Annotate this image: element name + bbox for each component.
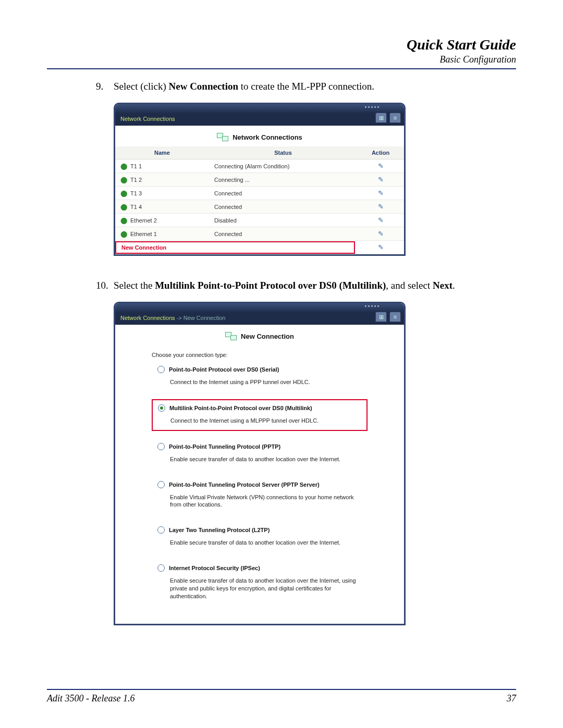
table-row[interactable]: ⬤T1 3Connected✎ xyxy=(115,187,404,200)
radio-button[interactable] xyxy=(157,564,165,572)
page-header: Quick Start Guide Basic Configuration xyxy=(47,36,516,69)
footer-product: Adit 3500 - Release 1.6 xyxy=(47,693,134,704)
option-title: Point-to-Point Tunneling Protocol (PPTP) xyxy=(169,443,280,450)
choose-label: Choose your connection type: xyxy=(115,346,404,361)
option-title: Multilink Point-to-Point Protocol over D… xyxy=(169,405,312,411)
add-icon[interactable]: ✎ xyxy=(378,243,384,251)
connections-table: Name Status Action ⬤T1 1Connecting (Alar… xyxy=(115,146,404,254)
edit-icon[interactable]: ✎ xyxy=(378,162,384,170)
iface-name: T1 1 xyxy=(130,163,142,169)
iface-status: Connected xyxy=(209,187,357,200)
titlebar-icon-2[interactable]: ≡ xyxy=(389,312,401,322)
table-row[interactable]: ⬤T1 2Connecting ...✎ xyxy=(115,173,404,187)
footer-page: 37 xyxy=(507,693,516,704)
panel-title: New Connection xyxy=(115,325,404,346)
connection-type-option[interactable]: Multilink Point-to-Point Protocol over D… xyxy=(152,399,368,431)
iface-name: T1 3 xyxy=(130,190,142,196)
iface-status: Connecting ... xyxy=(209,173,357,187)
step-10: 10. Select the Multilink Point-to-Point … xyxy=(96,280,516,291)
iface-status: Disabled xyxy=(209,214,357,227)
iface-name: T1 4 xyxy=(130,204,142,210)
interface-icon: ⬤ xyxy=(120,190,127,197)
edit-icon[interactable]: ✎ xyxy=(378,176,384,183)
connection-type-option[interactable]: Layer Two Tunneling Protocol (L2TP)Enabl… xyxy=(152,522,368,552)
doc-subtitle: Basic Configuration xyxy=(47,54,516,65)
doc-title: Quick Start Guide xyxy=(47,36,516,53)
interface-icon: ⬤ xyxy=(120,203,127,211)
table-row[interactable]: ⬤Ethernet 1Connected✎ xyxy=(115,227,404,241)
option-description: Enable Virtual Private Network (VPN) con… xyxy=(157,488,362,509)
titlebar-icon-1[interactable]: ⊞ xyxy=(375,113,387,123)
option-title: Point-to-Point Protocol over DS0 (Serial… xyxy=(169,366,279,373)
screenshot-new-connection: ⊞ ≡ Network Connections -> New Connectio… xyxy=(114,302,516,625)
step-10-text: Select the Multilink Point-to-Point Prot… xyxy=(114,280,516,291)
option-title: Internet Protocol Security (IPSec) xyxy=(169,565,260,571)
option-description: Connect to the Internet using a PPP tunn… xyxy=(157,373,362,386)
option-description: Enable secure transfer of data to anothe… xyxy=(157,450,362,463)
option-description: Enable secure transfer of data to anothe… xyxy=(157,534,362,547)
edit-icon[interactable]: ✎ xyxy=(378,203,384,211)
edit-icon[interactable]: ✎ xyxy=(378,230,384,238)
option-title: Layer Two Tunneling Protocol (L2TP) xyxy=(169,527,270,533)
option-title: Point-to-Point Tunneling Protocol Server… xyxy=(169,482,320,488)
page-footer: Adit 3500 - Release 1.6 37 xyxy=(47,689,516,704)
connection-type-options: Point-to-Point Protocol over DS0 (Serial… xyxy=(115,361,404,624)
step-9-number: 9. xyxy=(96,81,114,92)
interface-icon: ⬤ xyxy=(120,217,127,224)
network-icon xyxy=(217,133,228,141)
titlebar-icon-1[interactable]: ⊞ xyxy=(375,312,387,322)
edit-icon[interactable]: ✎ xyxy=(378,189,384,197)
radio-button[interactable] xyxy=(157,443,165,450)
step-10-number: 10. xyxy=(96,280,114,291)
table-row[interactable]: ⬤T1 4Connected✎ xyxy=(115,200,404,214)
titlebar-icon-2[interactable]: ≡ xyxy=(389,113,401,123)
connection-type-option[interactable]: Point-to-Point Protocol over DS0 (Serial… xyxy=(152,361,368,392)
col-action: Action xyxy=(357,146,404,159)
window-titlebar: ⊞ ≡ xyxy=(115,303,404,313)
iface-status: Connected xyxy=(209,200,357,214)
option-description: Connect to the Internet using a MLPPP tu… xyxy=(158,412,361,425)
interface-icon: ⬤ xyxy=(120,176,127,183)
radio-button[interactable] xyxy=(157,366,165,373)
window-titlebar: ⊞ ≡ xyxy=(115,104,404,114)
radio-button[interactable] xyxy=(158,404,165,412)
iface-status: Connecting (Alarm Condition) xyxy=(209,159,357,173)
breadcrumb: Network Connections xyxy=(115,114,404,126)
option-description: Enable secure transfer of data to anothe… xyxy=(157,572,362,600)
step-9-text: Select (click) New Connection to create … xyxy=(114,81,516,92)
table-row[interactable]: ⬤Ethernet 2Disabled✎ xyxy=(115,214,404,227)
step-9: 9. Select (click) New Connection to crea… xyxy=(96,81,516,92)
iface-name: Ethernet 1 xyxy=(130,231,157,237)
radio-button[interactable] xyxy=(157,526,165,534)
panel-title: Network Connections xyxy=(115,126,404,146)
new-connection-link[interactable]: New Connection xyxy=(121,244,166,251)
col-status: Status xyxy=(209,146,357,159)
radio-button[interactable] xyxy=(157,481,165,488)
edit-icon[interactable]: ✎ xyxy=(378,216,384,224)
iface-name: Ethernet 2 xyxy=(130,217,157,224)
network-icon xyxy=(225,332,237,340)
iface-status: Connected xyxy=(209,227,357,241)
table-row[interactable]: ⬤T1 1Connecting (Alarm Condition)✎ xyxy=(115,159,404,173)
col-name: Name xyxy=(115,146,209,159)
interface-icon: ⬤ xyxy=(120,163,127,170)
connection-type-option[interactable]: Point-to-Point Tunneling Protocol (PPTP)… xyxy=(152,438,368,469)
iface-name: T1 2 xyxy=(130,177,142,183)
connection-type-option[interactable]: Internet Protocol Security (IPSec)Enable… xyxy=(152,560,368,606)
screenshot-network-connections: ⊞ ≡ Network Connections Network Connecti… xyxy=(114,103,516,256)
connection-type-option[interactable]: Point-to-Point Tunneling Protocol Server… xyxy=(152,476,368,515)
breadcrumb: Network Connections -> New Connection xyxy=(115,313,404,325)
interface-icon: ⬤ xyxy=(120,230,127,238)
new-connection-row: New Connection ✎ xyxy=(115,241,404,254)
new-connection-highlight: New Connection xyxy=(115,241,355,254)
